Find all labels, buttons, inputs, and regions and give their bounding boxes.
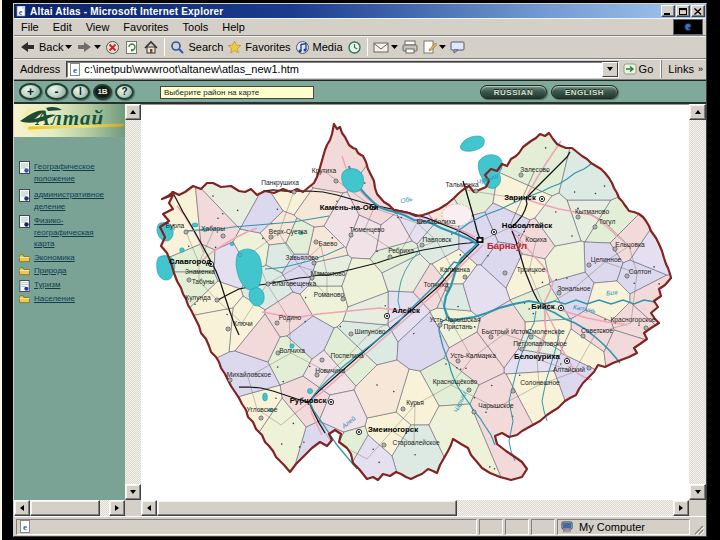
sidebar-item-population[interactable]: Население bbox=[19, 294, 120, 304]
close-button[interactable] bbox=[691, 5, 705, 17]
help-button[interactable]: ? bbox=[115, 84, 134, 100]
scroll-thumb[interactable] bbox=[30, 500, 100, 516]
menu-help[interactable]: Help bbox=[215, 19, 252, 35]
menu-tools[interactable]: Tools bbox=[176, 19, 216, 35]
city-marker bbox=[384, 313, 389, 318]
town-marker bbox=[275, 321, 279, 325]
arrow-left-icon bbox=[144, 505, 151, 511]
scroll-up-button[interactable] bbox=[689, 104, 706, 120]
scroll-thumb[interactable] bbox=[157, 500, 457, 516]
scroll-down-button[interactable] bbox=[125, 484, 141, 500]
menu-favorites[interactable]: Favorites bbox=[116, 19, 175, 35]
town-label: Зональное bbox=[557, 285, 591, 292]
town-label: Троицкое bbox=[517, 266, 546, 274]
refresh-icon bbox=[124, 40, 139, 55]
chevron-right-icon: » bbox=[698, 64, 702, 74]
svg-text:e: e bbox=[23, 522, 27, 532]
town-label: Староалейское bbox=[392, 439, 439, 447]
arrow-right-icon bbox=[115, 505, 122, 511]
maximize-button[interactable] bbox=[676, 5, 690, 17]
sidebar-item-tourism[interactable]: Туризм bbox=[19, 280, 120, 292]
menu-file[interactable]: File bbox=[14, 19, 46, 35]
zoom-out-button[interactable]: - bbox=[45, 83, 68, 100]
scroll-right-button[interactable] bbox=[673, 500, 689, 516]
town-label: Панкрушиха bbox=[261, 179, 299, 187]
status-main-pane: e bbox=[16, 519, 477, 535]
town-label: Топчиха bbox=[424, 281, 449, 288]
mail-button[interactable] bbox=[371, 37, 400, 57]
scrollbar-corner bbox=[689, 500, 706, 516]
discuss-button[interactable] bbox=[448, 37, 467, 57]
links-bar[interactable]: Links » bbox=[661, 60, 704, 78]
menu-view[interactable]: View bbox=[79, 19, 117, 35]
town-label: Белокуриха bbox=[514, 352, 561, 361]
altai-krai-map: БурлаХабарыПанкрушихаКрутихаКамень-на-Об… bbox=[141, 105, 689, 500]
district-cell[interactable] bbox=[554, 353, 689, 500]
sidebar-item-nature[interactable]: Природа bbox=[19, 266, 120, 276]
arrow-left-icon bbox=[17, 505, 24, 511]
forward-button[interactable] bbox=[74, 37, 103, 57]
zoom-in-button[interactable]: + bbox=[19, 83, 42, 100]
sidebar-horizontal-scrollbar[interactable] bbox=[14, 500, 125, 516]
town-label: Алейск bbox=[392, 306, 420, 315]
address-dropdown-button[interactable] bbox=[602, 62, 618, 77]
sidebar-vertical-scrollbar[interactable] bbox=[125, 104, 141, 500]
district-cell[interactable] bbox=[141, 385, 282, 500]
scroll-down-button[interactable] bbox=[689, 484, 706, 500]
arrow-up-icon bbox=[695, 107, 701, 114]
scroll-up-button[interactable] bbox=[125, 104, 141, 120]
sidebar-item-economy[interactable]: Экономика bbox=[19, 253, 120, 263]
map-horizontal-scrollbar[interactable] bbox=[141, 500, 689, 516]
town-label: Тюменцево bbox=[350, 226, 385, 234]
sidebar-item-geography[interactable]: Географическое положение bbox=[19, 161, 120, 184]
arrow-right-icon bbox=[679, 505, 686, 511]
toolbar-separator bbox=[164, 38, 165, 56]
russian-button[interactable]: RUSSIAN bbox=[480, 85, 547, 99]
address-input[interactable]: e c:\inetpub\wwwroot\altanew\atlas_new1.… bbox=[66, 61, 618, 78]
capital-marker bbox=[477, 237, 484, 243]
info-button[interactable]: I bbox=[71, 84, 90, 100]
town-label: Чарышское bbox=[478, 402, 514, 410]
search-button[interactable]: Search bbox=[168, 37, 225, 57]
page-icon bbox=[19, 280, 30, 292]
favorites-icon bbox=[227, 40, 242, 55]
history-button[interactable] bbox=[345, 37, 364, 57]
town-label: Тальменка bbox=[445, 181, 479, 188]
english-button[interactable]: ENGLISH bbox=[551, 85, 618, 99]
town-marker bbox=[221, 234, 225, 238]
menu-edit[interactable]: Edit bbox=[46, 19, 79, 35]
print-button[interactable] bbox=[400, 37, 420, 57]
town-label: Павловск bbox=[423, 236, 452, 243]
district-cell[interactable] bbox=[604, 330, 689, 500]
town-label: Бийск bbox=[531, 302, 555, 311]
district-cell[interactable] bbox=[630, 129, 689, 275]
resize-grip[interactable] bbox=[691, 519, 704, 535]
stop-button[interactable] bbox=[103, 37, 122, 57]
favorites-button[interactable]: Favorites bbox=[225, 37, 292, 57]
minimize-button[interactable] bbox=[661, 5, 675, 17]
sidebar-item-administrative[interactable]: административное деление bbox=[19, 189, 120, 212]
refresh-button[interactable] bbox=[122, 37, 141, 57]
city-marker bbox=[356, 429, 361, 434]
arrow-down-icon bbox=[695, 490, 701, 497]
scroll-right-button[interactable] bbox=[109, 500, 125, 516]
go-button[interactable]: Go bbox=[619, 63, 658, 75]
town-marker bbox=[266, 282, 270, 286]
map-vertical-scrollbar[interactable] bbox=[689, 104, 706, 500]
legend-button[interactable]: 1В bbox=[93, 84, 112, 100]
media-button[interactable]: Media bbox=[293, 37, 345, 57]
scroll-left-button[interactable] bbox=[14, 500, 30, 516]
sidebar-item-physical-map[interactable]: Физико-географическая карта bbox=[19, 215, 120, 250]
back-button[interactable]: Back bbox=[18, 37, 74, 57]
page-icon bbox=[19, 161, 30, 174]
town-marker bbox=[593, 225, 597, 229]
town-marker bbox=[467, 388, 471, 392]
back-icon bbox=[20, 40, 36, 54]
district-prompt-input[interactable]: Выберите район на карте bbox=[160, 86, 314, 99]
river-label: Бия bbox=[606, 289, 618, 297]
scroll-left-button[interactable] bbox=[141, 500, 157, 516]
city-marker bbox=[564, 358, 569, 363]
town-label: Змеиногорск bbox=[368, 425, 418, 434]
edit-button[interactable] bbox=[420, 37, 448, 57]
home-button[interactable] bbox=[141, 37, 161, 57]
